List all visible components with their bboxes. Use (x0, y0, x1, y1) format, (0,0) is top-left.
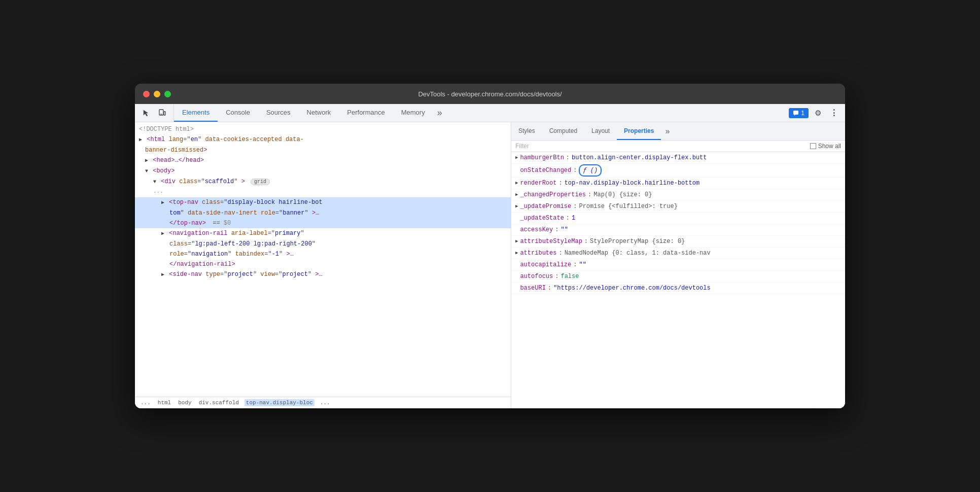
panel-more-tabs[interactable]: » (661, 122, 674, 140)
cursor-icon (142, 109, 150, 117)
dom-nav-rail[interactable]: ▶ <navigation-rail aria-label="primary" (135, 228, 511, 239)
scaffold-triangle[interactable]: ▼ (153, 179, 156, 185)
prop-renderRoot[interactable]: ▶ renderRoot : top-nav.display-block.hai… (511, 178, 845, 189)
window-controls (143, 91, 171, 97)
filter-bar: Show all (511, 140, 845, 152)
prop-attributes-triangle[interactable]: ▶ (515, 248, 518, 258)
dom-nav-rail-close: </navigation-rail> (135, 259, 511, 269)
prop-hamburgerBtn[interactable]: ▶ hamburgerBtn : button.align-center.dis… (511, 152, 845, 164)
minimize-button[interactable] (154, 91, 160, 97)
svg-marker-4 (794, 115, 795, 116)
show-all-checkbox[interactable] (810, 143, 816, 149)
tab-network[interactable]: Network (299, 104, 339, 122)
prop-hamburgerBtn-triangle[interactable]: ▶ (515, 153, 518, 163)
more-options-button[interactable]: ⋮ (827, 106, 841, 120)
html-triangle[interactable]: ▶ (139, 137, 142, 143)
svg-rect-1 (164, 112, 165, 115)
close-button[interactable] (143, 91, 150, 97)
panel-tab-layout[interactable]: Layout (584, 122, 617, 140)
svg-rect-3 (793, 111, 798, 115)
prop-attributeStyleMap-triangle[interactable]: ▶ (515, 236, 518, 247)
breadcrumb-end-ellipsis[interactable]: ... (319, 399, 332, 406)
prop-updatePromise-triangle[interactable]: ▶ (515, 201, 518, 212)
prop-attributes[interactable]: ▶ attributes : NamedNodeMap {0: class, 1… (511, 248, 845, 259)
device-toggle-button[interactable] (155, 106, 169, 120)
elements-panel: <!DOCTYPE html> ▶ <html lang="en" data-c… (135, 122, 511, 408)
dom-scaffold[interactable]: ▼ <div class="scaffold" > grid (135, 177, 511, 187)
devtools-body: Elements Console Sources Network Perform… (135, 104, 845, 408)
main-content: <!DOCTYPE html> ▶ <html lang="en" data-c… (135, 122, 845, 408)
dom-html-continued: banner-dismissed> (135, 145, 511, 155)
prop-updateState[interactable]: ▶ _updateState : 1 (511, 213, 845, 224)
dom-ellipsis: ··· (135, 187, 511, 197)
filter-input[interactable] (515, 143, 806, 150)
breadcrumb-html[interactable]: html (156, 399, 172, 406)
cursor-icon-button[interactable] (139, 106, 153, 120)
body-triangle[interactable]: ▼ (145, 168, 148, 174)
tab-console[interactable]: Console (218, 104, 258, 122)
device-icon (158, 109, 166, 117)
props-list: ▶ hamburgerBtn : button.align-center.dis… (511, 152, 845, 408)
dom-topnav[interactable]: ▶ <top-nav class="display-block hairline… (135, 197, 511, 208)
console-badge-button[interactable]: 1 (789, 108, 809, 118)
sidenav-triangle[interactable]: ▶ (161, 272, 164, 277)
show-all-label[interactable]: Show all (810, 143, 841, 150)
breadcrumb-body[interactable]: body (177, 399, 193, 406)
head-triangle[interactable]: ▶ (145, 158, 148, 163)
prop-autocapitalize[interactable]: ▶ autocapitalize : "" (511, 259, 845, 271)
dom-nav-rail-role: role="navigation" tabindex="-1" >… (135, 249, 511, 259)
dom-sidenav[interactable]: ▶ <side-nav type="project" view="project… (135, 269, 511, 280)
settings-button[interactable]: ⚙ (811, 106, 825, 120)
more-tabs-button[interactable]: » (433, 104, 446, 122)
tab-memory[interactable]: Memory (393, 104, 433, 122)
dom-html[interactable]: ▶ <html lang="en" data-cookies-accepted … (135, 134, 511, 145)
dom-topnav-continued: tom" data-side-nav-inert role="banner" >… (135, 208, 511, 218)
window-title: DevTools - developer.chrome.com/docs/dev… (418, 90, 562, 98)
breadcrumb-ellipsis[interactable]: ... (139, 399, 152, 406)
navrail-triangle[interactable]: ▶ (161, 231, 164, 236)
title-bar: DevTools - developer.chrome.com/docs/dev… (135, 84, 845, 104)
dom-head[interactable]: ▶ <head>…</head> (135, 155, 511, 166)
prop-onStateChanged[interactable]: ▶ onStateChanged : ƒ () (511, 164, 845, 178)
toolbar-tabs: Elements Console Sources Network Perform… (174, 104, 785, 122)
prop-accessKey[interactable]: ▶ accessKey : "" (511, 224, 845, 236)
grid-badge: grid (251, 179, 270, 185)
prop-baseURI[interactable]: ▶ baseURI : "https://developer.chrome.co… (511, 283, 845, 294)
prop-changedProperties-triangle[interactable]: ▶ (515, 190, 518, 200)
breadcrumb-bar: ... html body div.scaffold top-nav.displ… (135, 397, 511, 408)
maximize-button[interactable] (164, 91, 171, 97)
prop-changedProperties[interactable]: ▶ _changedProperties : Map(0) {size: 0} (511, 189, 845, 201)
dom-topnav-close[interactable]: </top-nav> == $0 (135, 218, 511, 228)
panel-tabs: Styles Computed Layout Properties » (511, 122, 845, 140)
prop-autofocus[interactable]: ▶ autofocus : false (511, 271, 845, 283)
settings-icon: ⚙ (815, 109, 821, 118)
dom-body[interactable]: ▼ <body> (135, 166, 511, 177)
chat-icon (793, 110, 799, 116)
prop-updatePromise[interactable]: ▶ _updatePromise : Promise {<fulfilled>:… (511, 201, 845, 213)
breadcrumb-scaffold[interactable]: div.scaffold (197, 399, 240, 406)
properties-panel: Styles Computed Layout Properties » (511, 122, 845, 408)
topnav-triangle[interactable]: ▶ (161, 200, 164, 205)
panel-tab-properties[interactable]: Properties (617, 122, 661, 140)
prop-attributeStyleMap[interactable]: ▶ attributeStyleMap : StylePropertyMap {… (511, 236, 845, 248)
tab-elements[interactable]: Elements (174, 104, 218, 122)
panel-tab-styles[interactable]: Styles (511, 122, 542, 140)
prop-renderRoot-triangle[interactable]: ▶ (515, 178, 518, 188)
breadcrumb-topnav[interactable]: top-nav.display-bloc (244, 399, 314, 406)
tab-performance[interactable]: Performance (339, 104, 393, 122)
browser-window: DevTools - developer.chrome.com/docs/dev… (135, 84, 845, 408)
toolbar: Elements Console Sources Network Perform… (135, 104, 845, 122)
toolbar-right: 1 ⚙ ⋮ (785, 104, 845, 122)
more-options-icon: ⋮ (830, 108, 838, 118)
tab-sources[interactable]: Sources (258, 104, 299, 122)
toolbar-icon-group (135, 104, 174, 122)
dom-nav-rail-continued: class="lg:pad-left-200 lg:pad-right-200" (135, 239, 511, 249)
dom-doctype: <!DOCTYPE html> (135, 124, 511, 134)
panel-tab-computed[interactable]: Computed (542, 122, 584, 140)
dom-tree: <!DOCTYPE html> ▶ <html lang="en" data-c… (135, 122, 511, 397)
